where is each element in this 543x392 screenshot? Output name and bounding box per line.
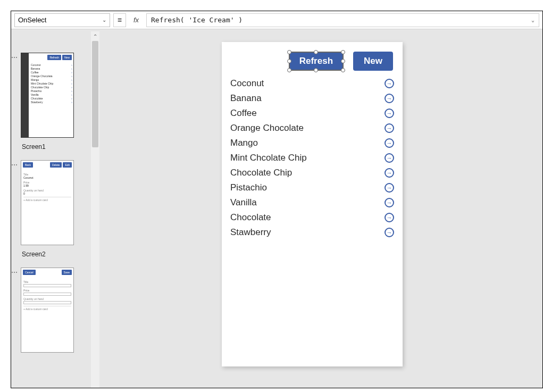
arrow-right-icon[interactable]: → — [385, 79, 394, 88]
phone-preview: Refresh New Coconut→ — [222, 42, 403, 366]
thumb-dark-bar — [21, 53, 29, 137]
list-item[interactable]: Mint Chcolate Chip→ — [230, 151, 394, 165]
arrow-right-icon[interactable]: → — [385, 153, 394, 163]
arrow-right-icon[interactable]: → — [385, 94, 394, 103]
flavor-list: Coconut→ Banana→ Coffee→ Orange Chocolat… — [222, 75, 403, 241]
resize-handle[interactable] — [341, 50, 345, 54]
scroll-up-icon[interactable]: ⌃ — [91, 31, 99, 41]
flavor-name: Coconut — [230, 78, 264, 89]
phone-header: Refresh New — [222, 42, 403, 75]
formula-input[interactable]: Refresh( 'Ice Cream' ) ⌄ — [146, 13, 539, 27]
list-item[interactable]: Vanilla→ — [230, 195, 394, 210]
property-select-value: OnSelect — [18, 16, 46, 24]
screen-label-2: Screen2 — [22, 251, 91, 258]
arrow-right-icon[interactable]: → — [385, 228, 394, 237]
property-select[interactable]: OnSelect ⌄ — [14, 13, 110, 27]
resize-handle[interactable] — [341, 68, 345, 72]
screen-preview-2: Back Delete Edit Title Coconut Price 1.9… — [21, 160, 74, 245]
thumb-back-btn: Back — [23, 162, 33, 168]
arrow-right-icon[interactable]: → — [385, 183, 394, 193]
resize-handle[interactable] — [314, 50, 318, 54]
ellipsis-icon[interactable]: ⋯ — [11, 269, 18, 276]
flavor-name: Chocolate — [230, 212, 271, 223]
list-item[interactable]: Orange Chocolate→ — [230, 121, 394, 136]
thumb-cancel-btn: Cancel — [23, 270, 36, 275]
list-item[interactable]: Chocolate→ — [230, 210, 394, 225]
screen-thumb-1[interactable]: ⋯ Refresh New Coconut› Banana› Coffee› O… — [15, 53, 91, 138]
chevron-down-icon: ⌄ — [531, 17, 534, 23]
thumb-form: Title Price Quantity on hand + Add a cus… — [21, 277, 73, 313]
thumb-form: Title Coconut Price 1.99 Quantity on han… — [21, 169, 73, 204]
thumb-new-btn: New — [62, 55, 72, 60]
arrow-right-icon[interactable]: → — [385, 213, 394, 222]
flavor-name: Banana — [230, 93, 262, 104]
screen-label-1: Screen1 — [22, 143, 91, 151]
app-frame: OnSelect ⌄ = fx Refresh( 'Ice Cream' ) ⌄… — [11, 11, 543, 388]
list-item[interactable]: Banana→ — [230, 91, 394, 106]
arrow-right-icon[interactable]: → — [385, 138, 394, 148]
resize-handle[interactable] — [341, 59, 345, 63]
list-item[interactable]: Mango→ — [230, 136, 394, 151]
flavor-name: Mango — [230, 138, 258, 148]
screen-thumb-3[interactable]: ⋯ Cancel Save Title Price Quantity on ha… — [15, 268, 91, 353]
resize-handle[interactable] — [287, 68, 291, 72]
new-button-label: New — [364, 56, 382, 66]
list-item[interactable]: Coffee→ — [230, 106, 394, 121]
screen-preview-1: Refresh New Coconut› Banana› Coffee› Ora… — [21, 53, 74, 138]
arrow-right-icon[interactable]: → — [385, 168, 394, 178]
thumb-save-btn: Save — [62, 270, 72, 275]
thumb-delete-btn: Delete — [50, 162, 62, 168]
refresh-button-label: Refresh — [299, 56, 333, 66]
list-item[interactable]: Stawberry→ — [230, 225, 394, 240]
formula-bar: OnSelect ⌄ = fx Refresh( 'Ice Cream' ) ⌄ — [11, 11, 542, 29]
flavor-name: Stawberry — [230, 227, 271, 238]
content-area: ⋯ Refresh New Coconut› Banana› Coffee› O… — [11, 31, 542, 388]
flavor-name: Orange Chocolate — [230, 123, 304, 134]
thumb-list: Coconut› Banana› Coffee› Orange Chocolat… — [21, 62, 73, 106]
chevron-down-icon: ⌄ — [102, 17, 106, 23]
list-item[interactable]: Pistachio→ — [230, 180, 394, 195]
scroll-thumb[interactable] — [92, 41, 98, 147]
ellipsis-icon[interactable]: ⋯ — [11, 161, 18, 169]
resize-handle[interactable] — [287, 59, 291, 63]
resize-handle[interactable] — [314, 68, 318, 72]
fx-icon: fx — [129, 13, 143, 27]
thumb-edit-btn: Edit — [63, 162, 72, 168]
list-item[interactable]: Chocolate Chip→ — [230, 165, 394, 180]
arrow-right-icon[interactable]: → — [385, 123, 394, 133]
thumb-refresh-btn: Refresh — [47, 55, 61, 60]
new-button[interactable]: New — [353, 52, 393, 71]
flavor-name: Pistachio — [230, 182, 267, 193]
flavor-name: Mint Chcolate Chip — [230, 153, 307, 163]
refresh-button[interactable]: Refresh — [289, 52, 344, 71]
scrollbar[interactable]: ⌃ — [91, 31, 99, 388]
canvas[interactable]: Refresh New Coconut→ — [99, 31, 542, 388]
formula-text: Refresh( 'Ice Cream' ) — [151, 16, 243, 24]
ellipsis-icon[interactable]: ⋯ — [11, 54, 18, 61]
screens-panel: ⋯ Refresh New Coconut› Banana› Coffee› O… — [11, 31, 91, 388]
arrow-right-icon[interactable]: → — [385, 109, 394, 118]
screen-preview-3: Cancel Save Title Price Quantity on hand… — [21, 268, 74, 353]
screen-thumb-2[interactable]: ⋯ Back Delete Edit Title Coconut Price 1… — [15, 160, 91, 245]
flavor-name: Vanilla — [230, 197, 257, 208]
equals-label: = — [113, 13, 126, 27]
arrow-right-icon[interactable]: → — [385, 198, 394, 207]
resize-handle[interactable] — [287, 50, 291, 54]
flavor-name: Chocolate Chip — [230, 168, 292, 178]
flavor-name: Coffee — [230, 108, 257, 119]
list-item[interactable]: Coconut→ — [230, 76, 394, 91]
